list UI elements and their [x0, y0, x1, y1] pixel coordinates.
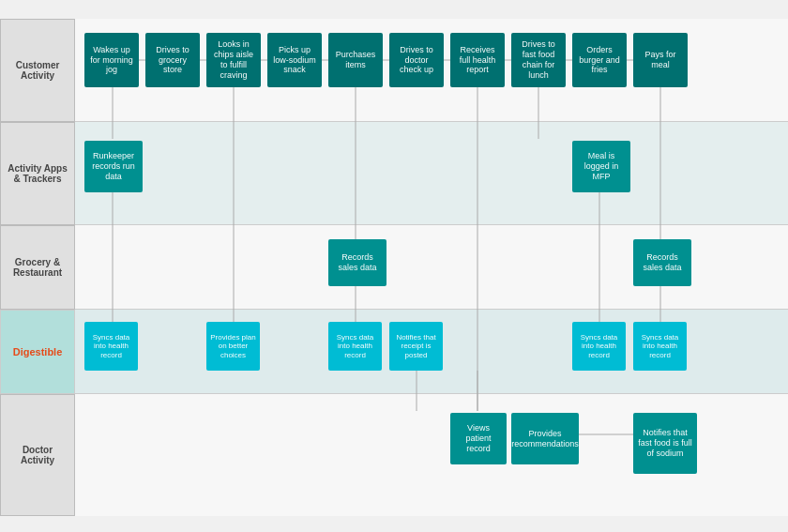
box-receives-health: Receives full health report: [450, 33, 505, 87]
box-provides-plan: Provides plan on better choices: [206, 322, 260, 371]
box-drives-grocery: Drives to grocery store: [145, 33, 200, 87]
box-records-sales-2: Records sales data: [633, 239, 691, 286]
box-mfp: Meal is logged in MFP: [572, 141, 630, 192]
box-records-sales-1: Records sales data: [328, 239, 386, 286]
box-views-patient: Views patient record: [450, 413, 507, 464]
box-picks-up: Picks up low-sodium snack: [267, 33, 322, 87]
box-pays-meal: Pays for meal: [633, 33, 688, 87]
box-drives-doctor: Drives to doctor check up: [389, 33, 444, 87]
box-provides-rec: Provides recommendations: [511, 413, 579, 464]
box-orders-burger: Orders burger and fries: [572, 33, 627, 87]
box-looks-chips: Looks in chips aisle to fulfill craving: [206, 33, 261, 87]
box-purchases: Purchases items: [328, 33, 383, 87]
box-syncs-health-3: Syncs data into health record: [572, 322, 626, 371]
lane-label-grocery: Grocery & Restaurant: [0, 225, 75, 310]
lane-label-customer: Customer Activity: [0, 19, 75, 122]
box-notifies-receipt: Notifies that receipt is posted: [389, 322, 443, 371]
box-syncs-health-2: Syncs data into health record: [328, 322, 382, 371]
diagram: Customer Activity Activity Apps & Tracke…: [0, 0, 788, 532]
box-runkeeper: Runkeeper records run data: [84, 141, 143, 192]
lane-label-apps: Activity Apps & Trackers: [0, 122, 75, 225]
lane-label-doctor: Doctor Activity: [0, 394, 75, 516]
box-notifies-sodium: Notifies that fast food is full of sodiu…: [633, 413, 697, 474]
box-wakes-up: Wakes up for morning jog: [84, 33, 139, 87]
lane-label-digestible: Digestible: [0, 310, 75, 394]
box-syncs-health-4: Syncs data into health record: [633, 322, 687, 371]
box-syncs-health-1: Syncs data into health record: [84, 322, 138, 371]
box-drives-fastfood: Drives to fast food chain for lunch: [511, 33, 566, 87]
